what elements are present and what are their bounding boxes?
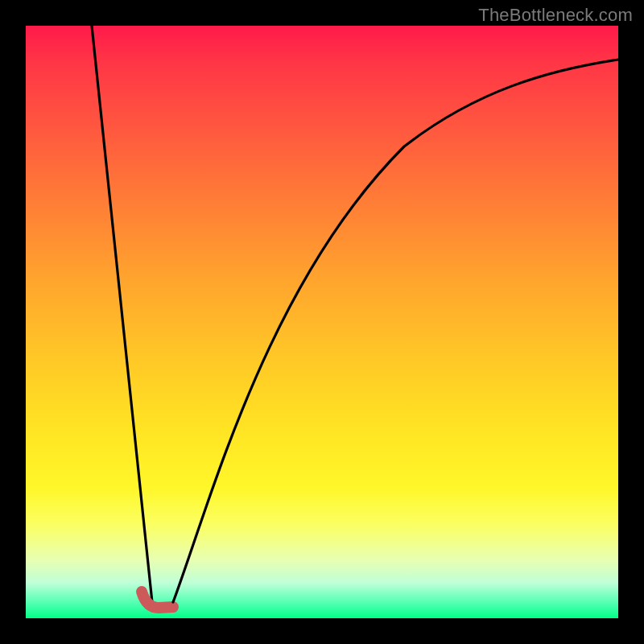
plot-area bbox=[26, 26, 618, 618]
curve-left-branch bbox=[92, 26, 152, 602]
chart-svg bbox=[26, 26, 618, 618]
watermark-text: TheBottleneck.com bbox=[478, 5, 633, 26]
optimum-marker bbox=[142, 592, 173, 608]
curve-right-branch bbox=[173, 60, 618, 602]
outer-frame: TheBottleneck.com bbox=[0, 0, 644, 644]
